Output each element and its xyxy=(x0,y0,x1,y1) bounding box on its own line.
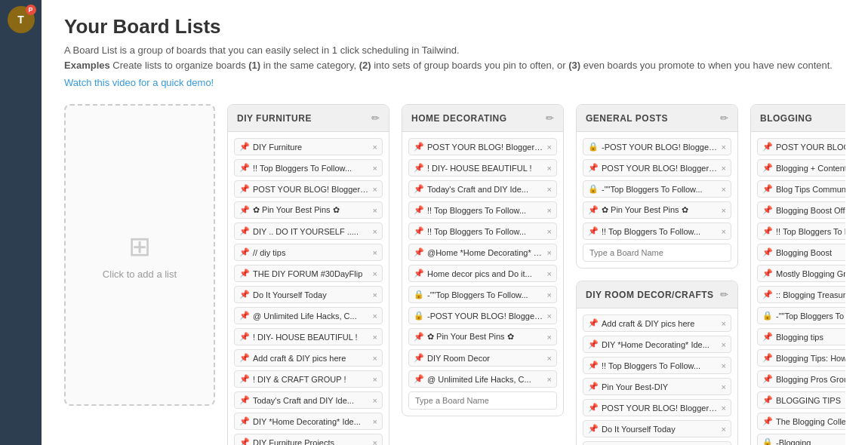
board-tag: 📌Do It Yourself Today× xyxy=(234,286,383,303)
pin-icon: 📌 xyxy=(414,247,424,257)
board-tag-text: !! Top Bloggers To Follow... xyxy=(427,206,544,215)
remove-board-button[interactable]: × xyxy=(722,319,726,328)
board-tag-text: DIY Furniture Projects xyxy=(253,438,370,446)
remove-board-button[interactable]: × xyxy=(373,354,377,363)
pin-icon: 📌 xyxy=(414,142,424,152)
remove-board-button[interactable]: × xyxy=(373,333,377,342)
remove-board-button[interactable]: × xyxy=(373,396,377,405)
remove-board-button[interactable]: × xyxy=(722,340,726,349)
remove-board-button[interactable]: × xyxy=(547,248,552,257)
remove-board-button[interactable]: × xyxy=(373,143,377,152)
remove-board-button[interactable]: × xyxy=(373,438,377,446)
board-tag: 📌DIY .. DO IT YOURSELF .....× xyxy=(234,222,383,240)
remove-board-button[interactable]: × xyxy=(547,333,552,342)
board-tag-text: ! DIY & CRAFT GROUP ! xyxy=(253,375,370,384)
remove-board-button[interactable]: × xyxy=(722,185,726,194)
remove-board-button[interactable]: × xyxy=(547,269,552,278)
pin-icon: 📌 xyxy=(762,142,773,152)
remove-board-button[interactable]: × xyxy=(547,312,552,321)
remove-board-button[interactable]: × xyxy=(547,354,552,363)
board-tag: 📌DIY Furniture× xyxy=(234,138,383,155)
board-tag-text: !! Top Bloggers To Follow... xyxy=(427,227,544,236)
board-tag: 📌Blogging Boost Official B...× xyxy=(757,201,845,219)
lock-icon: 🔒 xyxy=(588,184,599,194)
lock-icon: 🔒 xyxy=(762,311,773,321)
general-posts-wrapper: GENERAL POSTS✏🔒-POST YOUR BLOG! Bloggers… xyxy=(576,104,738,445)
board-tag: 📌✿ Pin Your Best Pins ✿× xyxy=(234,201,383,219)
pin-icon: 📌 xyxy=(762,226,773,236)
board-tag: 🔒-Blogging× xyxy=(757,434,845,445)
type-board-input[interactable] xyxy=(583,244,731,262)
pin-icon: 📌 xyxy=(239,184,250,194)
board-tag: 📌Blogging tips× xyxy=(757,328,845,345)
pin-icon: 📌 xyxy=(239,437,250,445)
remove-board-button[interactable]: × xyxy=(547,206,552,215)
board-tag: 📌Blogging + Content Market...× xyxy=(757,159,845,176)
board-tag-text: POST YOUR BLOG! Bloggers... xyxy=(253,185,370,194)
board-tag-text: Blogging tips xyxy=(776,333,845,342)
remove-board-button[interactable]: × xyxy=(373,248,377,257)
remove-board-button[interactable]: × xyxy=(547,290,552,299)
remove-board-button[interactable]: × xyxy=(547,185,552,194)
board-tag-text: Blog Tips Community Board xyxy=(776,185,845,194)
remove-board-button[interactable]: × xyxy=(722,425,726,434)
board-tag-text: -POST YOUR BLOG! Bloggers... xyxy=(602,143,719,152)
edit-column-icon[interactable]: ✏ xyxy=(720,289,728,300)
remove-board-button[interactable]: × xyxy=(547,227,552,236)
board-tag-text: POST YOUR BLOG! Bloggers... xyxy=(602,164,719,173)
board-tag: 📌POST YOUR BLOG! Bloggers...× xyxy=(583,399,731,416)
remove-board-button[interactable]: × xyxy=(722,361,726,370)
remove-board-button[interactable]: × xyxy=(722,404,726,413)
pin-icon: 📌 xyxy=(762,395,773,405)
remove-board-button[interactable]: × xyxy=(722,227,726,236)
remove-board-button[interactable]: × xyxy=(722,164,726,173)
board-tag-text: -""Top Bloggers To Follow... xyxy=(602,185,719,194)
pin-icon: 📌 xyxy=(239,205,250,215)
remove-board-button[interactable]: × xyxy=(373,206,377,215)
pin-icon: 📌 xyxy=(588,339,599,349)
remove-board-button[interactable]: × xyxy=(722,143,726,152)
remove-board-button[interactable]: × xyxy=(373,164,377,173)
board-tag: 📌Blogging Pros Group Board× xyxy=(757,370,845,388)
board-tag: 📌POST YOUR BLOG! Bloggers...× xyxy=(583,159,731,176)
type-board-input[interactable] xyxy=(408,391,557,410)
board-tag-text: Today's Craft and DIY Ide... xyxy=(427,185,544,194)
board-tag-text: -Blogging xyxy=(776,438,845,446)
edit-column-icon[interactable]: ✏ xyxy=(720,112,728,124)
remove-board-button[interactable]: × xyxy=(722,382,726,391)
pin-icon: 📌 xyxy=(762,247,773,257)
avatar[interactable]: T P xyxy=(8,6,35,33)
board-tag-text: Do It Yourself Today xyxy=(602,425,719,434)
remove-board-button[interactable]: × xyxy=(722,206,726,215)
remove-board-button[interactable]: × xyxy=(547,375,552,384)
page-title: Your Board Lists xyxy=(64,15,845,38)
remove-board-button[interactable]: × xyxy=(373,227,377,236)
board-tag-text: ✿ Pin Your Best Pins ✿ xyxy=(602,205,719,215)
board-column-home-decorating: HOME DECORATING✏📌POST YOUR BLOG! Blogger… xyxy=(402,104,564,416)
edit-column-icon[interactable]: ✏ xyxy=(371,112,380,124)
remove-board-button[interactable]: × xyxy=(373,269,377,278)
remove-board-button[interactable]: × xyxy=(547,164,552,173)
video-link[interactable]: Watch this video for a quick demo! xyxy=(64,77,214,88)
board-tag-text: BLOGGING TIPS xyxy=(776,396,845,405)
board-tag-text: Pin Your Best-DIY xyxy=(602,382,719,391)
remove-board-button[interactable]: × xyxy=(547,143,552,152)
pin-icon: 📌 xyxy=(239,247,250,257)
pin-icon: 📌 xyxy=(588,205,599,215)
avatar-badge: P xyxy=(26,5,36,15)
board-tag-text: !! Top Bloggers To Follow... xyxy=(602,227,719,236)
board-tag-text: Mostly Blogging Group Boa... xyxy=(776,269,845,278)
pin-icon: 📌 xyxy=(239,374,250,384)
remove-board-button[interactable]: × xyxy=(373,290,377,299)
pin-icon: 📌 xyxy=(762,269,773,278)
board-column-diy-room-decor-crafts: DIY ROOM DECOR/CRAFTS✏📌Add craft & DIY p… xyxy=(576,281,738,445)
board-tag: 📌Blogging Boost× xyxy=(757,244,845,261)
remove-board-button[interactable]: × xyxy=(373,417,377,426)
remove-board-button[interactable]: × xyxy=(373,185,377,194)
edit-column-icon[interactable]: ✏ xyxy=(546,112,554,124)
remove-board-button[interactable]: × xyxy=(373,375,377,384)
pin-icon: 📌 xyxy=(762,374,773,384)
remove-board-button[interactable]: × xyxy=(373,312,377,321)
add-list-box[interactable]: ⊞ Click to add a list xyxy=(64,104,215,406)
board-tag: 🔒-""Top Bloggers To Follow...× xyxy=(757,307,845,324)
